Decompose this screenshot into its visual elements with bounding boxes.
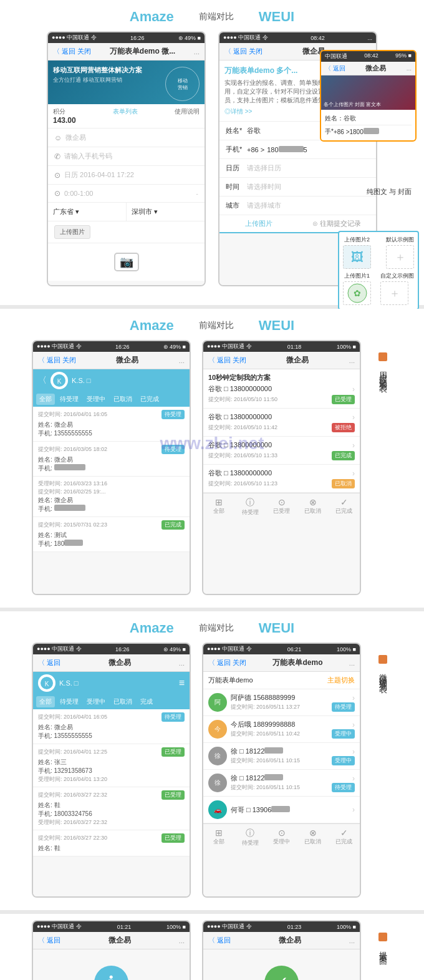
table-list-tab[interactable]: 表单列表 [82, 107, 168, 125]
weui-mgmt-header-3: 万能表单demo 主题切换 [203, 672, 360, 689]
success-content-4: ✓ 提交成功 [203, 949, 360, 980]
item-arrow-3-3: › [352, 747, 355, 756]
amaze-more-3[interactable]: ... [179, 659, 185, 667]
weui-record-2-0: 10秒钟定制我的方案 谷歌 □ 13800000000 › 提交时间: 2016… [203, 369, 360, 409]
amaze-content-3: K K.S. □ ≡ 全部 待受理 受理中 已取消 完成 [33, 672, 190, 896]
weui-back-3[interactable]: 〈 返回 关闭 [208, 658, 246, 667]
tab-proc-3[interactable]: 受理中 [84, 696, 108, 707]
tab-cancel-3[interactable]: 已取消 [110, 696, 135, 707]
tab-pending-3[interactable]: 待受理 [57, 696, 82, 707]
info-more-4[interactable]: ... [179, 937, 185, 944]
weui-time-2-2: 提交时间: 2016/05/10 11:33 [208, 452, 277, 460]
usage-guide-tab[interactable]: 使用说明 [175, 107, 200, 125]
item-time-3-4: 提交时间: 2016/05/11 10:15 [231, 784, 300, 792]
bnav-cancelled-2[interactable]: ⊗ 已取消 [297, 496, 329, 518]
weui-nav-2: 〈 返回 关闭 微企易 ... [203, 352, 360, 369]
upload-button-amaze[interactable]: 上传图片 [54, 225, 90, 239]
weui-more-3[interactable]: ... [349, 659, 355, 667]
form-banner: 移动互联网营销整体解决方案 全方位打通 移动互联网营销 移动营销 [48, 61, 205, 104]
weui-phone-label: 手机* [226, 145, 243, 154]
amaze-user-bar-3: K K.S. □ ≡ [33, 672, 190, 694]
bnav-proc-3[interactable]: ⊙ 受理中 [266, 827, 297, 848]
theme-switch[interactable]: 主题切换 [327, 676, 355, 685]
amaze-back-2[interactable]: 〈 返回 关闭 [38, 356, 76, 365]
weui-time-2-0: 提交时间: 2016/05/10 11:50 [208, 395, 277, 404]
user-avatar-3: K [38, 674, 55, 692]
time-1: 16:26 [130, 35, 145, 41]
sidebar-dot-3 [378, 655, 387, 664]
camera-icon[interactable]: 📷 [114, 253, 139, 271]
time-value: 0:00-1:00 [64, 190, 93, 197]
info-back-4[interactable]: 〈 返回 [38, 936, 60, 945]
upload-img2-box[interactable]: 🖼 [343, 245, 371, 269]
weui-status-2: ●●●● 中国联通 令 01:18 100% ■ [203, 341, 360, 352]
bnav-accepted-2[interactable]: ⊙ 已受理 [266, 496, 297, 518]
mgmt-record-3-1: 提交时间: 2016/04/01 16:05 待受理 姓名: 微企易 手机: 1… [33, 709, 190, 744]
amaze-status-3: ●●●● 中国联通 令 16:26 ⊛ 49% ■ [33, 644, 190, 654]
bnav-all-label-3: 全部 [213, 838, 224, 846]
tab-all-3[interactable]: 全部 [36, 696, 55, 707]
success-more-4[interactable]: ... [349, 937, 355, 944]
tab-processing-2[interactable]: 受理中 [84, 394, 108, 405]
weui-nav-back-1[interactable]: 〈 返回 关闭 [224, 47, 263, 56]
amaze-arrow-left[interactable]: 〈 [38, 375, 47, 386]
tab-done-3[interactable]: 完成 [137, 696, 156, 707]
bnav-done-2[interactable]: ✓ 已完成 [329, 496, 360, 518]
amaze-title-2: 微企易 [80, 355, 175, 366]
amaze-nav-3: 〈 返回 微企易 ... [33, 654, 190, 672]
weui-tab-records[interactable]: ⊙ 往期提交记录 [298, 215, 377, 232]
popup-back[interactable]: 〈 返回 [325, 64, 345, 73]
main-wrapper: Amaze 前端对比 WEUI ●●●● 中国联通 令 16:26 ⊛ 49% … [0, 0, 424, 980]
weui-calendar-placeholder[interactable]: 请选择日历 [243, 163, 370, 173]
score-bar: 积分143.00 表单列表 使用说明 [48, 104, 205, 129]
tab-cancelled-2[interactable]: 已取消 [110, 394, 135, 405]
weui-phone-number[interactable]: 1805 [264, 146, 307, 153]
tab-done-2[interactable]: 已完成 [137, 394, 162, 405]
bnav-all-2[interactable]: ⊞ 全部 [203, 496, 234, 518]
success-nav-4: 〈 返回 微企易 ... [203, 932, 360, 949]
time-arrow: - [196, 190, 198, 197]
weui-time-placeholder[interactable]: 请选择时间 [243, 182, 370, 192]
weui-title-2: 微企易 [250, 355, 345, 366]
amaze-back-3[interactable]: 〈 返回 [38, 658, 60, 667]
bnav-all-3[interactable]: ⊞ 全部 [203, 827, 234, 848]
amaze-more-2[interactable]: ... [179, 357, 185, 364]
nav-back-1[interactable]: 〈 返回 关闭 [53, 47, 91, 56]
tab-pending-2[interactable]: 待受理 [57, 394, 82, 405]
popup-more[interactable]: ... [407, 65, 412, 72]
menu-icon-3[interactable]: ≡ [179, 677, 185, 689]
banner-circle: 移动营销 [165, 67, 200, 101]
weui-city-placeholder[interactable]: 请选择城市 [243, 201, 370, 210]
weui-tab-upload[interactable]: 上传图片 [219, 215, 298, 233]
tab-all-2[interactable]: 全部 [36, 394, 55, 405]
bnav-accepted-icon-2: ⊙ [278, 497, 286, 507]
weui-status-bar-1: ●●●● 中国联通 令 08:42 ... [219, 32, 376, 43]
svg-text:K: K [57, 378, 62, 385]
weui-item-3-2: 今 今后哦 18899998888 › 提交时间: 2016/05/11 10:… [203, 716, 360, 743]
upload-img1-box[interactable]: ✿ [343, 281, 371, 305]
carrier-1: ●●●● 中国联通 令 [52, 34, 97, 42]
bnav-pending-icon-3: ⓘ [246, 828, 254, 839]
weui-calendar-label: 日历 [226, 163, 243, 173]
field-time: ⊙ 0:00-1:00 - [48, 185, 205, 203]
weui-item-3-5: 🚗 何哥 □ 13906 › [203, 797, 360, 823]
bnav-done-icon-2: ✓ [340, 497, 348, 507]
weui-more-2[interactable]: ... [349, 357, 355, 364]
weui-back-2[interactable]: 〈 返回 关闭 [208, 356, 246, 365]
section-1-header: Amaze 前端对比 WEUI [0, 0, 424, 31]
bnav-done-3[interactable]: ✓ 已完成 [329, 827, 360, 848]
bnav-pending-3[interactable]: ⓘ 待受理 [234, 827, 266, 848]
section-3-header: Amaze 前端对比 WEUI [0, 611, 424, 643]
amaze-title-3: 微企易 [64, 657, 175, 668]
bnav-cancel-3[interactable]: ⊗ 已取消 [297, 827, 329, 848]
weui-phone-code: +86 > [243, 146, 264, 153]
record-name-2-4: 姓名: 测试 [38, 531, 185, 540]
field-date: ⊙ 日历 2016-04-01 17:22 [48, 166, 205, 185]
nav-more-1[interactable]: ... [194, 48, 200, 56]
bnav-pending-2[interactable]: ⓘ 待受理 [234, 496, 266, 518]
amaze-phone-2: ●●●● 中国联通 令 16:26 ⊛ 49% ■ 〈 返回 关闭 微企易 ..… [32, 340, 191, 595]
item-arrow-3-5: › [352, 805, 355, 814]
item-name-3-2: 今后哦 18899998888 [231, 720, 295, 729]
success-back-4[interactable]: 〈 返回 [208, 936, 231, 945]
weui-arrow-2-2: › [352, 441, 355, 450]
